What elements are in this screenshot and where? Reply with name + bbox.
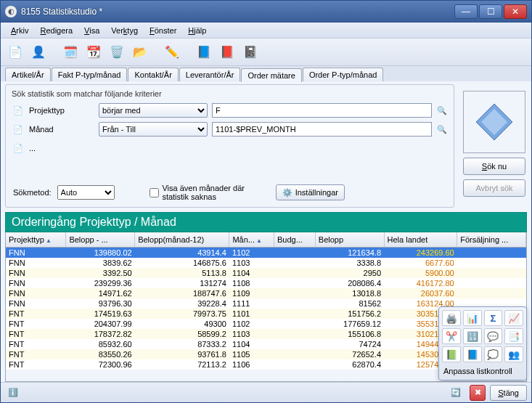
close-button[interactable]: ✕: [504, 4, 527, 19]
criteria-value-input[interactable]: [212, 103, 432, 118]
table-row[interactable]: FNN14971.62188747.6110913018.826037.60: [6, 288, 526, 298]
popup-print-icon[interactable]: 🖨️: [442, 310, 461, 326]
criteria-label: Månad: [29, 125, 94, 134]
search-group-label: Sök statistik som matchar följande krite…: [12, 89, 448, 98]
show-missing-label: Visa även månader där statistik saknas: [162, 184, 269, 201]
menubar: Arkiv Redigera Visa Verktyg Fönster Hjäl…: [1, 23, 531, 38]
menu-hjalp[interactable]: Hjälp: [184, 25, 210, 36]
close-button-footer[interactable]: Stäng: [490, 385, 527, 401]
grid-title: Orderingång Projekttyp / Månad: [5, 212, 527, 232]
menu-redigera[interactable]: Redigera: [36, 25, 77, 36]
popup-report-add-icon[interactable]: 📑: [504, 328, 523, 344]
table-row[interactable]: FNN3839.62146875.611033338.86677.60: [6, 258, 526, 268]
preview-pane: [463, 91, 525, 153]
minimize-button[interactable]: —: [454, 4, 478, 19]
tab-order-matare[interactable]: Order mätare: [241, 68, 301, 82]
col-belopp-m12[interactable]: Belopp(månad-12): [135, 232, 229, 247]
popup-excel-icon[interactable]: 📗: [442, 346, 461, 362]
criteria-value-input[interactable]: [212, 122, 432, 137]
app-icon: ◐: [5, 6, 17, 17]
menu-fonster[interactable]: Fönster: [145, 25, 181, 36]
col-forsaljning[interactable]: Försäljning ...: [457, 232, 526, 247]
row-doc-icon: 📄: [12, 144, 25, 153]
tool-calendar-edit-icon[interactable]: 📆: [83, 42, 104, 62]
popup-sigma-icon[interactable]: Σ: [484, 310, 503, 326]
toolbar: 📄 👤 🗓️ 📆 🗑️ 📂 ✏️ 📘 📕 📓: [1, 38, 531, 66]
menu-visa[interactable]: Visa: [80, 25, 104, 36]
popup-comment-add-icon[interactable]: 💬: [484, 328, 503, 344]
grid-header-row: Projekttyp▲ Belopp - ... Belopp(månad-12…: [6, 232, 526, 247]
table-row[interactable]: FNN3392.505113.8110429505900.00: [6, 268, 526, 278]
col-hela-landet[interactable]: Hela landet: [384, 232, 457, 247]
criteria-label: Projekttyp: [29, 106, 94, 115]
show-missing-months-checkbox[interactable]: Visa även månader där statistik saknas: [150, 184, 269, 201]
lookup-icon[interactable]: 🔍: [436, 125, 448, 134]
tool-document-icon[interactable]: 📄: [5, 42, 25, 62]
menu-arkiv[interactable]: Arkiv: [7, 25, 33, 36]
criteria-row-empty: 📄 ...: [12, 140, 448, 156]
list-control-popup: 🖨️ 📊 Σ 📈 ✂️ 🔢 💬 📑 📗 📘 💭 👥 Anpassa listko…: [438, 306, 527, 380]
maximize-button[interactable]: ☐: [479, 4, 502, 19]
tab-artikel-ar[interactable]: Artikel/År: [5, 68, 51, 81]
popup-cut-icon[interactable]: ✂️: [442, 328, 461, 344]
status-info-icon: ℹ️: [5, 385, 21, 401]
table-row[interactable]: FNN139880.0243914.41102121634.8243269.60: [6, 247, 526, 258]
search-method-label: Sökmetod:: [13, 188, 52, 197]
criteria-operator-select[interactable]: Från - Till: [99, 122, 208, 137]
tool-book-red-icon[interactable]: 📕: [217, 42, 237, 62]
lookup-icon[interactable]: 🔍: [436, 106, 448, 115]
tool-edit-icon[interactable]: ✏️: [162, 42, 182, 62]
titlebar: ◐ 8155 Statistikstudio * — ☐ ✕: [0, 0, 532, 22]
popup-users-icon[interactable]: 👥: [504, 346, 523, 362]
popup-caption: Anpassa listkontroll: [442, 365, 523, 377]
tab-order-ptyp-manad[interactable]: Order P-typ/månad: [303, 68, 384, 81]
status-refresh-icon[interactable]: 🔄: [448, 385, 464, 401]
cancel-search-button: Avbryt sök: [463, 179, 525, 197]
status-close-icon[interactable]: ✖: [470, 385, 486, 401]
tool-book-blue-icon[interactable]: 📘: [194, 42, 214, 62]
popup-comment-icon[interactable]: 💭: [484, 346, 503, 362]
tab-fakt-ptyp-manad[interactable]: Fakt P-typ/månad: [52, 68, 128, 81]
statusbar: ℹ️ 🔄 ✖ Stäng: [1, 382, 531, 402]
popup-word-icon[interactable]: 📘: [463, 346, 482, 362]
col-budget[interactable]: Budg...: [274, 232, 315, 247]
col-belopp-diff[interactable]: Belopp - ...: [66, 232, 135, 247]
popup-chart-icon[interactable]: 📊: [463, 310, 482, 326]
close-label: Stäng: [498, 388, 519, 397]
tool-add-user-icon[interactable]: 👤: [28, 42, 49, 62]
criteria-row-manad: 📄 Månad Från - Till 🔍: [12, 121, 448, 137]
tool-folder-icon[interactable]: 📂: [130, 42, 150, 62]
search-method-select[interactable]: Auto: [57, 185, 115, 200]
tool-book-purple-icon[interactable]: 📓: [240, 42, 261, 62]
tool-calendar-delete-icon[interactable]: 🗑️: [107, 42, 127, 62]
popup-plot-add-icon[interactable]: 📈: [504, 310, 523, 326]
menu-verktyg[interactable]: Verktyg: [107, 25, 142, 36]
table-row[interactable]: FNN239299.361312741108208086.4416172.80: [6, 278, 526, 288]
row-doc-icon: 📄: [12, 125, 25, 134]
row-doc-icon: 📄: [12, 106, 25, 115]
settings-label: Inställningar: [295, 188, 338, 197]
tool-calendar-add-icon[interactable]: 🗓️: [60, 42, 81, 62]
criteria-label: ...: [29, 144, 94, 152]
search-criteria-group: Sök statistik som matchar följande krite…: [5, 84, 454, 208]
show-missing-checkbox-input[interactable]: [150, 188, 159, 198]
col-manad[interactable]: Mån...▲: [229, 232, 274, 247]
window-title: 8155 Statistikstudio *: [21, 7, 454, 17]
tabstrip: Artikel/År Fakt P-typ/månad Kontakt/År L…: [1, 66, 531, 81]
gear-icon: ⚙️: [282, 188, 292, 198]
col-projekttyp[interactable]: Projekttyp▲: [6, 232, 66, 247]
settings-button[interactable]: ⚙️ Inställningar: [276, 184, 345, 200]
popup-numbers-icon[interactable]: 🔢: [463, 328, 482, 344]
search-now-button[interactable]: Sök nu: [463, 158, 525, 175]
tab-kontakt-ar[interactable]: Kontakt/År: [128, 68, 178, 81]
criteria-operator-select[interactable]: börjar med: [99, 103, 208, 118]
criteria-row-projekttyp: 📄 Projekttyp börjar med 🔍: [12, 102, 448, 118]
tab-leverantor-ar[interactable]: Leverantör/År: [179, 68, 241, 81]
col-belopp[interactable]: Belopp: [315, 232, 384, 247]
